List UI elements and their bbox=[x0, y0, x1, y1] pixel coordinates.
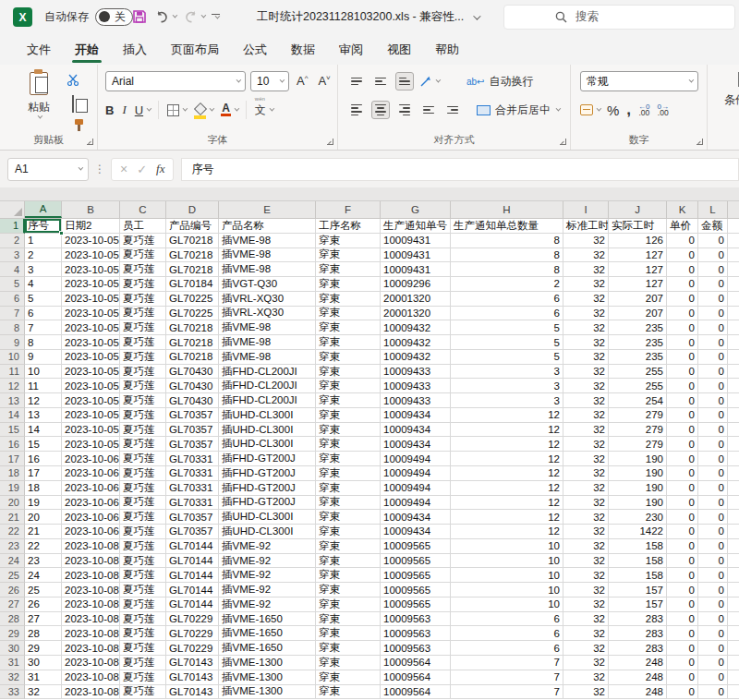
cell-H10[interactable]: 5 bbox=[451, 350, 563, 365]
cancel-button[interactable]: × bbox=[120, 162, 127, 176]
undo-button[interactable] bbox=[154, 10, 176, 24]
row-header-5[interactable]: 5 bbox=[0, 277, 25, 292]
cell-L5[interactable]: 0 bbox=[698, 277, 728, 292]
row-header-8[interactable]: 8 bbox=[0, 320, 25, 335]
cell-F10[interactable]: 穿束 bbox=[316, 350, 381, 365]
row-header-18[interactable]: 18 bbox=[0, 466, 25, 481]
cell-I31[interactable]: 32 bbox=[563, 656, 609, 670]
cell-B17[interactable]: 2023-10-06 bbox=[62, 452, 120, 466]
cell-B3[interactable]: 2023-10-05 bbox=[62, 248, 120, 263]
cell-C19[interactable]: 夏巧莲 bbox=[120, 481, 166, 496]
cell-C7[interactable]: 夏巧莲 bbox=[120, 307, 166, 321]
cell-D29[interactable]: GL70229 bbox=[166, 626, 219, 641]
orientation-button[interactable] bbox=[419, 76, 439, 88]
cell-B24[interactable]: 2023-10-08 bbox=[62, 554, 120, 569]
cell-F2[interactable]: 穿束 bbox=[316, 234, 381, 248]
cell-K23[interactable]: 0 bbox=[667, 539, 698, 554]
row-header-33[interactable]: 33 bbox=[0, 685, 25, 700]
cell-J32[interactable]: 248 bbox=[609, 670, 667, 685]
cell-L11[interactable]: 0 bbox=[698, 365, 728, 380]
font-size-select[interactable]: 10 bbox=[250, 71, 289, 91]
cell-L28[interactable]: 0 bbox=[698, 612, 728, 627]
cell-J22[interactable]: 1422 bbox=[609, 525, 667, 539]
cell-G29[interactable]: 10009563 bbox=[381, 626, 451, 641]
cell-C24[interactable]: 夏巧莲 bbox=[120, 554, 166, 569]
row-header-19[interactable]: 19 bbox=[0, 481, 25, 496]
cell-K24[interactable]: 0 bbox=[667, 554, 698, 569]
cell-I22[interactable]: 32 bbox=[563, 525, 609, 539]
cell-H12[interactable]: 3 bbox=[451, 379, 563, 393]
cell-J23[interactable]: 158 bbox=[609, 539, 667, 554]
cell-K31[interactable]: 0 bbox=[667, 656, 698, 670]
increase-font-size-button[interactable]: A^ bbox=[294, 74, 310, 88]
cell-H7[interactable]: 6 bbox=[451, 307, 563, 321]
cell-C29[interactable]: 夏巧莲 bbox=[120, 626, 166, 641]
cell-L6[interactable]: 0 bbox=[698, 292, 728, 307]
cell-F24[interactable]: 穿束 bbox=[316, 554, 381, 569]
cell-B22[interactable]: 2023-10-06 bbox=[62, 525, 120, 539]
cell-H1[interactable]: 生产通知单总数量 bbox=[451, 219, 563, 234]
row-header-23[interactable]: 23 bbox=[0, 539, 25, 554]
cell-G15[interactable]: 10009434 bbox=[381, 423, 451, 438]
clipboard-dialog-launcher[interactable] bbox=[87, 139, 93, 145]
cell-H32[interactable]: 7 bbox=[451, 670, 563, 685]
cell-E17[interactable]: 插FHD-GT200J bbox=[219, 452, 316, 466]
name-box[interactable]: A1 bbox=[7, 158, 89, 181]
cell-G20[interactable]: 10009494 bbox=[381, 496, 451, 511]
row-header-30[interactable]: 30 bbox=[0, 641, 25, 656]
cell-E30[interactable]: 插VME-1650 bbox=[219, 641, 316, 656]
number-dialog-launcher[interactable] bbox=[697, 139, 703, 145]
cell-I16[interactable]: 32 bbox=[563, 437, 609, 452]
cell-H4[interactable]: 8 bbox=[451, 262, 563, 277]
cell-A20[interactable]: 19 bbox=[25, 496, 62, 511]
cell-I10[interactable]: 32 bbox=[563, 350, 609, 365]
cell-C13[interactable]: 夏巧莲 bbox=[120, 393, 166, 408]
cell-J12[interactable]: 255 bbox=[609, 379, 667, 393]
row-header-11[interactable]: 11 bbox=[0, 365, 25, 380]
cell-K18[interactable]: 0 bbox=[667, 466, 698, 481]
cell-J16[interactable]: 279 bbox=[609, 437, 667, 452]
row-header-29[interactable]: 29 bbox=[0, 626, 25, 641]
cell-A1[interactable]: 序号 bbox=[25, 219, 62, 234]
column-header-E[interactable]: E bbox=[219, 201, 316, 218]
cell-F30[interactable]: 穿束 bbox=[316, 641, 381, 656]
cell-D21[interactable]: GL70357 bbox=[166, 510, 219, 525]
cell-B30[interactable]: 2023-10-08 bbox=[62, 641, 120, 656]
cell-C31[interactable]: 夏巧莲 bbox=[120, 656, 166, 670]
row-header-4[interactable]: 4 bbox=[0, 262, 25, 277]
row-header-6[interactable]: 6 bbox=[0, 292, 25, 307]
cell-F29[interactable]: 穿束 bbox=[316, 626, 381, 641]
cell-K10[interactable]: 0 bbox=[667, 350, 698, 365]
cell-J2[interactable]: 126 bbox=[609, 234, 667, 248]
redo-dropdown-icon[interactable] bbox=[201, 13, 207, 18]
cell-K32[interactable]: 0 bbox=[667, 670, 698, 685]
cell-A16[interactable]: 15 bbox=[25, 437, 62, 452]
copy-button[interactable] bbox=[72, 96, 74, 113]
cell-D12[interactable]: GL70430 bbox=[166, 379, 219, 393]
cell-C18[interactable]: 夏巧莲 bbox=[120, 466, 166, 481]
cell-J27[interactable]: 157 bbox=[609, 597, 667, 612]
row-header-27[interactable]: 27 bbox=[0, 597, 25, 612]
cell-J3[interactable]: 127 bbox=[609, 248, 667, 263]
cell-E31[interactable]: 插VME-1300 bbox=[219, 656, 316, 670]
cell-H5[interactable]: 2 bbox=[451, 277, 563, 292]
cell-E18[interactable]: 插FHD-GT200J bbox=[219, 466, 316, 481]
cell-C3[interactable]: 夏巧莲 bbox=[120, 248, 166, 263]
row-header-9[interactable]: 9 bbox=[0, 335, 25, 350]
cell-F6[interactable]: 穿束 bbox=[316, 292, 381, 307]
cell-C1[interactable]: 员工 bbox=[120, 219, 166, 234]
column-header-C[interactable]: C bbox=[120, 201, 166, 218]
cell-I3[interactable]: 32 bbox=[563, 248, 609, 263]
cell-J5[interactable]: 127 bbox=[609, 277, 667, 292]
cell-A23[interactable]: 22 bbox=[25, 539, 62, 554]
cell-H8[interactable]: 5 bbox=[451, 320, 563, 335]
row-header-3[interactable]: 3 bbox=[0, 248, 25, 263]
row-header-17[interactable]: 17 bbox=[0, 452, 25, 466]
cell-K13[interactable]: 0 bbox=[667, 393, 698, 408]
cell-E1[interactable]: 产品名称 bbox=[219, 219, 316, 234]
cell-I8[interactable]: 32 bbox=[563, 320, 609, 335]
cell-E9[interactable]: 插VME-98 bbox=[219, 335, 316, 350]
cell-K3[interactable]: 0 bbox=[667, 248, 698, 263]
cell-G2[interactable]: 10009431 bbox=[381, 234, 451, 248]
cell-H29[interactable]: 6 bbox=[451, 626, 563, 641]
